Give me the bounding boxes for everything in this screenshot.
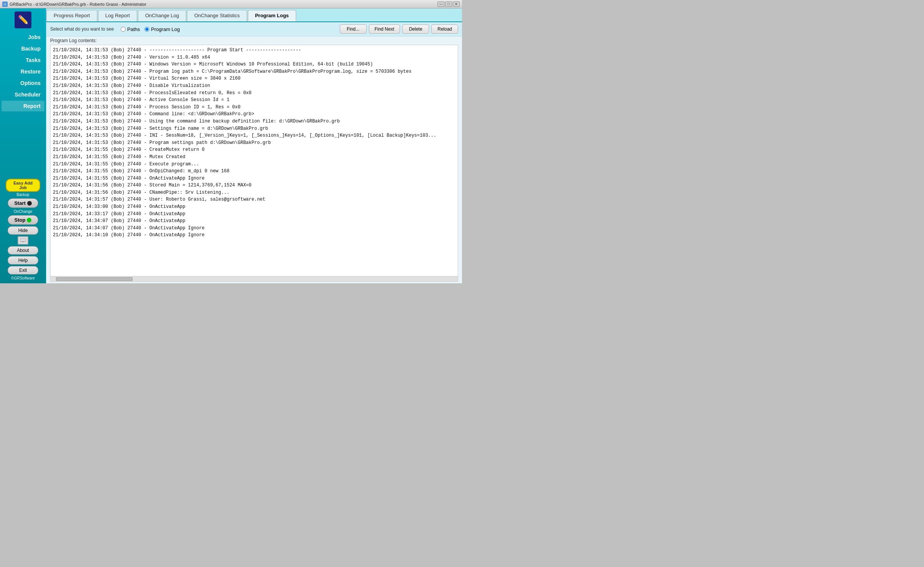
log-line: 21/10/2024, 14:31:55 (Bob) 27440 - Execu… xyxy=(53,161,455,168)
main-area: Progress Report Log Report OnChange Log … xyxy=(46,8,462,283)
sidebar-item-backup[interactable]: Backup xyxy=(2,43,44,54)
log-line: 21/10/2024, 14:31:53 (Bob) 27440 - INI -… xyxy=(53,132,455,139)
log-line: 21/10/2024, 14:31:53 (Bob) 27440 - Progr… xyxy=(53,139,455,147)
onchange-sublabel: OnChange xyxy=(14,209,32,214)
app-icon: G xyxy=(2,2,8,7)
start-button[interactable]: Start xyxy=(8,198,38,208)
log-line: 21/10/2024, 14:31:56 (Bob) 27440 - CName… xyxy=(53,189,455,196)
log-line: 21/10/2024, 14:31:53 (Bob) 27440 - -----… xyxy=(53,47,455,54)
log-line: 21/10/2024, 14:31:53 (Bob) 27440 - Progr… xyxy=(53,68,455,75)
grsoftware-label: ©GRSoftware xyxy=(11,276,35,280)
exit-button[interactable]: Exit xyxy=(8,266,38,275)
log-container: 21/10/2024, 14:31:53 (Bob) 27440 - -----… xyxy=(50,45,458,282)
radio-paths[interactable] xyxy=(121,27,126,32)
help-button[interactable]: Help xyxy=(8,256,38,265)
tab-onchange-log[interactable]: OnChange Log xyxy=(138,10,186,21)
sidebar-item-scheduler[interactable]: Scheduler xyxy=(2,89,44,100)
maximize-button[interactable]: □ xyxy=(445,2,452,7)
title-bar-left: G GRBackPro - d:\GRDown\GRBakPro.grb - R… xyxy=(2,2,146,7)
tab-log-report[interactable]: Log Report xyxy=(98,10,137,21)
sidebar-bottom: Easy Add Job Backup Start OnChange Stop … xyxy=(0,179,46,283)
tab-program-logs[interactable]: Program Logs xyxy=(248,10,296,21)
sidebar-item-tasks[interactable]: Tasks xyxy=(2,55,44,65)
radio-paths-text: Paths xyxy=(127,26,140,32)
log-line: 21/10/2024, 14:31:53 (Bob) 27440 - Activ… xyxy=(53,96,455,104)
sidebar: ✏️ Jobs Backup Tasks Restore Options Sch… xyxy=(0,8,46,283)
log-line: 21/10/2024, 14:31:55 (Bob) 27440 - Creat… xyxy=(53,146,455,154)
tab-onchange-statistics[interactable]: OnChange Statistics xyxy=(187,10,247,21)
sidebar-item-options[interactable]: Options xyxy=(2,78,44,88)
sidebar-item-restore[interactable]: Restore xyxy=(2,66,44,77)
select-label: Select what do you want to see xyxy=(50,26,114,32)
app-container: ✏️ Jobs Backup Tasks Restore Options Sch… xyxy=(0,8,462,283)
log-line: 21/10/2024, 14:31:55 (Bob) 27440 - Mutex… xyxy=(53,154,455,161)
log-line: 21/10/2024, 14:34:07 (Bob) 27440 - OnAct… xyxy=(53,217,455,225)
log-line: 21/10/2024, 14:31:53 (Bob) 27440 - Versi… xyxy=(53,54,455,61)
start-label: Start xyxy=(14,200,26,206)
tab-progress-report[interactable]: Progress Report xyxy=(46,10,97,21)
radio-paths-label[interactable]: Paths xyxy=(121,26,140,32)
sidebar-logo: ✏️ xyxy=(15,11,31,28)
log-line: 21/10/2024, 14:31:56 (Bob) 27440 - Store… xyxy=(53,182,455,189)
backup-sublabel: Backup xyxy=(16,193,29,197)
radio-program-log-label[interactable]: Program Log xyxy=(144,26,180,32)
log-line: 21/10/2024, 14:34:10 (Bob) 27440 - OnAct… xyxy=(53,232,455,239)
close-button[interactable]: ✕ xyxy=(453,2,460,7)
sidebar-item-jobs[interactable]: Jobs xyxy=(2,32,44,42)
log-line: 21/10/2024, 14:31:53 (Bob) 27440 - Windo… xyxy=(53,61,455,68)
log-content[interactable]: 21/10/2024, 14:31:53 (Bob) 27440 - -----… xyxy=(51,45,458,276)
log-line: 21/10/2024, 14:31:53 (Bob) 27440 - Virtu… xyxy=(53,75,455,82)
log-line: 21/10/2024, 14:31:53 (Bob) 27440 - Using… xyxy=(53,118,455,125)
log-line: 21/10/2024, 14:33:17 (Bob) 27440 - OnAct… xyxy=(53,211,455,218)
find-button[interactable]: Find... xyxy=(340,25,367,34)
sidebar-item-report[interactable]: Report xyxy=(2,101,44,111)
stop-label: Stop xyxy=(15,217,26,223)
log-line: 21/10/2024, 14:31:53 (Bob) 27440 - Comma… xyxy=(53,111,455,118)
title-bar: G GRBackPro - d:\GRDown\GRBakPro.grb - R… xyxy=(0,0,462,8)
minimize-button[interactable]: — xyxy=(437,2,444,7)
hide-button[interactable]: Hide xyxy=(8,226,38,235)
horizontal-scrollbar[interactable] xyxy=(51,276,458,281)
find-next-button[interactable]: Find Next xyxy=(369,25,400,34)
log-line: 21/10/2024, 14:31:53 (Bob) 27440 - Disab… xyxy=(53,82,455,90)
tabs-bar: Progress Report Log Report OnChange Log … xyxy=(46,8,462,22)
toolbar: Select what do you want to see Paths Pro… xyxy=(46,22,462,36)
delete-button[interactable]: Delete xyxy=(402,25,429,34)
log-line: 21/10/2024, 14:31:53 (Bob) 27440 - Proce… xyxy=(53,90,455,97)
log-line: 21/10/2024, 14:31:57 (Bob) 27440 - User:… xyxy=(53,196,455,203)
reload-button[interactable]: Reload xyxy=(431,25,458,34)
log-line: 21/10/2024, 14:31:53 (Bob) 27440 - Proce… xyxy=(53,104,455,111)
log-line: 21/10/2024, 14:34:07 (Bob) 27440 - OnAct… xyxy=(53,225,455,232)
toolbar-buttons: Find... Find Next Delete Reload xyxy=(340,25,458,34)
horizontal-scrollbar-thumb[interactable] xyxy=(56,277,133,281)
log-line: 21/10/2024, 14:31:55 (Bob) 27440 - OnAct… xyxy=(53,175,455,182)
radio-program-log[interactable] xyxy=(144,27,149,32)
sidebar-nav: Jobs Backup Tasks Restore Options Schedu… xyxy=(0,31,46,179)
about-button[interactable]: About xyxy=(8,246,38,255)
title-bar-controls[interactable]: — □ ✕ xyxy=(437,2,460,7)
log-line: 21/10/2024, 14:33:00 (Bob) 27440 - OnAct… xyxy=(53,203,455,211)
stop-button[interactable]: Stop xyxy=(8,215,38,225)
content-label: Program Log contents: xyxy=(46,36,462,44)
radio-program-log-text: Program Log xyxy=(151,26,180,32)
stop-dot-icon xyxy=(27,218,31,222)
monitor-icon xyxy=(18,236,28,245)
log-line: 21/10/2024, 14:31:53 (Bob) 27440 - Setti… xyxy=(53,125,455,132)
title-bar-text: GRBackPro - d:\GRDown\GRBakPro.grb - Rob… xyxy=(10,2,146,7)
svg-rect-0 xyxy=(20,239,26,242)
easy-add-button[interactable]: Easy Add Job xyxy=(6,179,40,192)
start-dot-icon xyxy=(27,201,32,206)
radio-group: Select what do you want to see Paths Pro… xyxy=(50,26,337,32)
log-line: 21/10/2024, 14:31:55 (Bob) 27440 - OnDpi… xyxy=(53,168,455,175)
